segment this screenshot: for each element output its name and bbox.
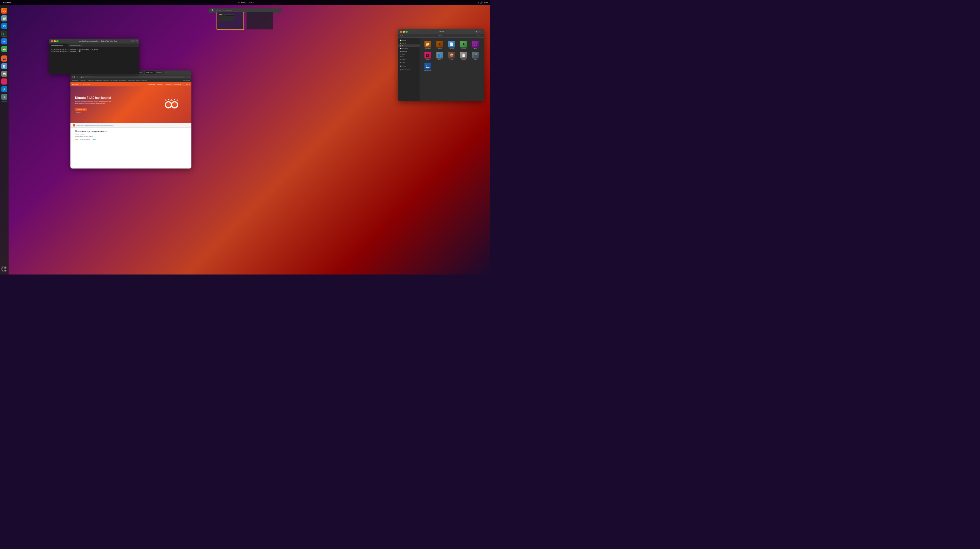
browser-bookmark-icon[interactable]: ☆ bbox=[186, 76, 188, 78]
partner-azure: ⊞ Microsoft Azure bbox=[80, 139, 90, 140]
bookmark-user-comm[interactable]: User Communities bbox=[111, 80, 118, 81]
fm-item-public[interactable]: 👥 Public bbox=[434, 52, 445, 60]
fm-pictures-label: Pictures bbox=[426, 59, 430, 60]
dock-item-vscode[interactable]: </> bbox=[1, 23, 7, 29]
ubuntu-nav-download[interactable]: Download ▾ bbox=[174, 84, 181, 85]
fm-sidebar-other-locations[interactable]: 🌐 Other Locations bbox=[398, 68, 420, 71]
bookmark-opensource[interactable]: OpenSource.com bbox=[128, 80, 135, 81]
fm-view-icon[interactable]: ⊞ bbox=[477, 35, 478, 37]
dock-item-terminal[interactable]: $_ bbox=[1, 31, 7, 37]
window-minimize-button[interactable] bbox=[54, 40, 56, 42]
terminal-tab-1[interactable]: nicholas@nicholas-x1-c... bbox=[49, 43, 68, 47]
browser-menu-icon[interactable]: ≡ bbox=[189, 76, 190, 78]
dock-item-rhythmbox[interactable]: 🎵 bbox=[1, 78, 7, 84]
fm-snap-icon: 📦 bbox=[449, 52, 455, 59]
dock-item-email[interactable]: ✉ bbox=[1, 38, 7, 45]
fm-sort-icon[interactable]: ↕ bbox=[481, 35, 482, 37]
bookmark-other[interactable]: Other Bookmarks bbox=[183, 80, 190, 81]
fm-maximize-button[interactable] bbox=[406, 31, 407, 33]
browser-tab-9[interactable]: Superscript... bbox=[155, 71, 164, 74]
dock-item-settings[interactable]: ⚙ bbox=[1, 94, 7, 100]
terminal-tab-2[interactable]: nicholas@nicholas-x1-c... bbox=[68, 43, 87, 47]
audio-icon[interactable]: 🔊 bbox=[480, 2, 483, 4]
fm-minimize-button[interactable] bbox=[403, 31, 405, 33]
ubuntu-nav-developer[interactable]: Developer ▾ bbox=[157, 84, 163, 85]
fm-item-pictures[interactable]: 🖼 Pictures bbox=[423, 52, 433, 60]
bookmark-most-visited[interactable]: Most Visited bbox=[81, 80, 86, 81]
browser-new-tab-button[interactable]: + bbox=[165, 72, 167, 74]
dock-item-gedit[interactable]: 📝 bbox=[1, 63, 7, 69]
dock-item-thunderbird[interactable]: ⚡ bbox=[1, 86, 7, 92]
window-action-1[interactable] bbox=[131, 40, 133, 42]
filemanager-title: ⌂ Home bbox=[409, 31, 475, 32]
fm-back-button[interactable]: ◀ bbox=[400, 35, 401, 37]
fm-search-icon[interactable]: 🔍 bbox=[476, 31, 478, 33]
ubuntu-nav-signin[interactable]: Sign In bbox=[186, 84, 189, 85]
ubuntu-nav-search[interactable]: 🔍 bbox=[183, 84, 184, 85]
fm-sidebar-pictures[interactable]: 🖼 Pictures bbox=[398, 56, 420, 58]
bookmark-fedora-mag[interactable]: Fedora Magazine bbox=[95, 80, 102, 81]
ubuntu-publisher-label: Publisher of Ubuntu bbox=[75, 134, 187, 135]
fm-item-videos[interactable]: 🎬 Videos bbox=[471, 52, 481, 60]
dock-item-system-monitor[interactable]: 📊 bbox=[1, 71, 7, 77]
browser-reload-button[interactable]: ↻ bbox=[76, 76, 78, 78]
workspace-thumb-1[interactable]: nicholas@x1-carbon bbox=[216, 12, 244, 30]
bookmark-producers[interactable]: Producers bbox=[136, 80, 140, 81]
fm-files-grid-row3: 💻 VirtualBox VMs bbox=[422, 62, 482, 73]
window-action-2[interactable] bbox=[134, 40, 135, 42]
fm-item-applications[interactable]: 📁 Applications bbox=[423, 41, 433, 49]
terminal-content[interactable]: nicholas@nicholas-x1-carbon: ~/Coding/Ne… bbox=[49, 47, 139, 74]
bookmark-fedora-project[interactable]: Fedora Project bbox=[103, 80, 109, 81]
fm-close-button[interactable] bbox=[400, 31, 402, 33]
ubuntu-download-button[interactable]: Download Now bbox=[75, 108, 87, 111]
window-action-3[interactable] bbox=[136, 40, 137, 42]
terminal-title: nicholas@nicholas-x1-carbon: ~/Coding/Ne… bbox=[66, 40, 130, 42]
fm-sidebar-trash[interactable]: 🗑 Trash bbox=[398, 61, 420, 64]
fm-item-desktop[interactable]: 🖥 Desktop bbox=[434, 41, 445, 49]
fm-forward-button[interactable]: ▶ bbox=[402, 35, 403, 37]
fm-item-music[interactable]: 🎵 Music bbox=[471, 41, 481, 49]
fm-view-list-icon[interactable]: ≡ bbox=[480, 35, 480, 37]
dock-item-firefox[interactable]: 🦊 bbox=[1, 8, 7, 14]
ubuntu-nav-community[interactable]: Community ▾ bbox=[165, 84, 172, 85]
show-apps-button[interactable] bbox=[1, 266, 7, 272]
ubuntu-hero-subtext: The most productive environment for clou… bbox=[75, 101, 112, 104]
centos-link[interactable]: CentOS users, 6 things to know when cons… bbox=[76, 125, 114, 126]
bookmark-fedora[interactable]: Fedora Store bbox=[88, 80, 94, 81]
fm-sidebar-recent[interactable]: 🕐 Recent bbox=[398, 39, 420, 42]
fm-sidebar-coding[interactable]: 📁 Coding bbox=[398, 65, 420, 67]
fm-item-documents[interactable]: 📄 Documents bbox=[447, 41, 457, 49]
window-maximize-button[interactable] bbox=[56, 40, 59, 42]
fm-sidebar-starred[interactable]: ⭐ Starred bbox=[398, 42, 420, 45]
fm-item-downloads[interactable]: ⬇ Downloads bbox=[459, 41, 469, 49]
fm-sidebar-videos[interactable]: 🎬 Videos bbox=[398, 58, 420, 61]
clock: Thu Nov 11 14:43 bbox=[236, 2, 254, 4]
dock-item-calendar[interactable]: 📅 bbox=[1, 46, 7, 52]
fm-item-snap[interactable]: 📦 snap bbox=[447, 52, 457, 60]
bookmark-getting-started[interactable]: Getting Started bbox=[72, 80, 78, 81]
dock-item-files[interactable]: 📁 bbox=[1, 15, 7, 21]
ubuntu-learn-more[interactable]: Learn More › bbox=[75, 112, 112, 113]
fm-item-templates[interactable]: 📋 Templates bbox=[459, 52, 469, 60]
fm-menu-icon[interactable]: ≡ bbox=[478, 31, 480, 33]
fm-sidebar-home[interactable]: 🏠 Home bbox=[398, 45, 420, 47]
browser-url-bar[interactable]: 🔒 https://ubuntu.com bbox=[79, 76, 185, 78]
network-icon[interactable]: ⇅ bbox=[477, 2, 479, 4]
bookmark-fallacy[interactable]: Fallacy Tech bbox=[142, 80, 147, 81]
dock-item-cheese[interactable]: 📷 bbox=[1, 56, 7, 62]
fm-sidebar-downloads[interactable]: ⬇ Downloads bbox=[398, 50, 420, 53]
fm-sidebar-music[interactable]: 🎵 Music bbox=[398, 53, 420, 56]
bookmark-mesa[interactable]: Mesa Developer... bbox=[119, 80, 126, 81]
workspace-thumb-2[interactable] bbox=[246, 12, 274, 30]
browser-back-button[interactable]: ◀ bbox=[72, 76, 73, 78]
fm-item-virtualbox[interactable]: 💻 VirtualBox VMs bbox=[423, 63, 433, 72]
activities-button[interactable]: Activities bbox=[2, 2, 13, 4]
fm-settings-icon[interactable]: ⋮ bbox=[480, 31, 482, 33]
fm-sidebar-documents[interactable]: 📄 Documents bbox=[398, 47, 420, 50]
ubuntu-nav-weare: We are hiring bbox=[83, 84, 90, 85]
browser-forward-button[interactable]: ▶ bbox=[74, 76, 76, 78]
browser-tab-8[interactable]: Ubuntu 21.10... bbox=[145, 71, 155, 74]
window-close-button[interactable] bbox=[51, 40, 53, 42]
ubuntu-hero: Ubuntu 21.10 has landed The most product… bbox=[70, 86, 191, 123]
ubuntu-nav-enterprise[interactable]: Enterprise ▾ bbox=[148, 84, 155, 85]
